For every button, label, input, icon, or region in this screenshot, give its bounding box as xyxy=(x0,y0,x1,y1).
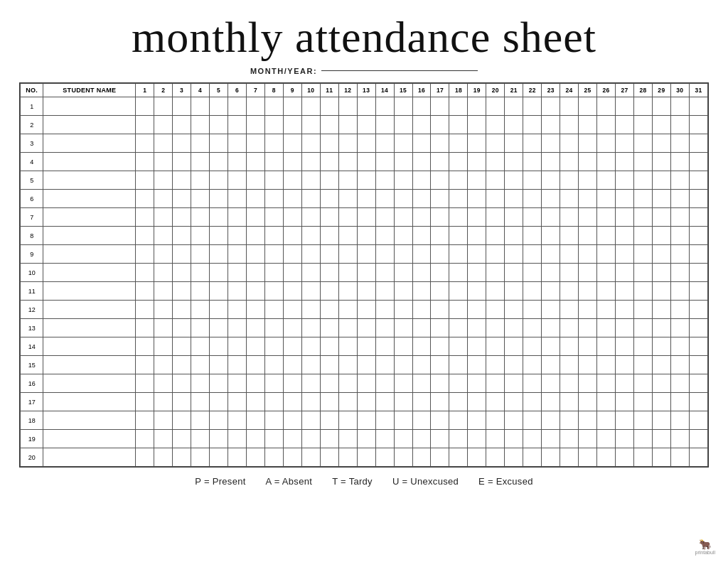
attendance-cell-row1-day10[interactable] xyxy=(301,97,320,116)
attendance-cell-row13-day29[interactable] xyxy=(652,319,670,337)
attendance-cell-row18-day25[interactable] xyxy=(579,411,597,430)
attendance-cell-row9-day24[interactable] xyxy=(560,245,579,264)
attendance-cell-row7-day9[interactable] xyxy=(283,208,301,227)
attendance-cell-row19-day25[interactable] xyxy=(579,430,597,448)
attendance-cell-row1-day18[interactable] xyxy=(449,97,468,116)
attendance-cell-row15-day20[interactable] xyxy=(486,356,505,374)
attendance-cell-row12-day8[interactable] xyxy=(264,301,283,319)
attendance-cell-row4-day26[interactable] xyxy=(597,153,616,171)
attendance-cell-row5-day30[interactable] xyxy=(670,171,689,190)
attendance-cell-row15-day4[interactable] xyxy=(191,356,210,374)
attendance-cell-row8-day1[interactable] xyxy=(136,227,154,245)
attendance-cell-row2-day15[interactable] xyxy=(394,116,412,134)
attendance-cell-row9-day16[interactable] xyxy=(412,245,431,264)
attendance-cell-row10-day26[interactable] xyxy=(597,264,616,282)
attendance-cell-row20-day20[interactable] xyxy=(486,448,505,467)
student-name-cell-18[interactable] xyxy=(43,411,136,430)
attendance-cell-row15-day18[interactable] xyxy=(449,356,468,374)
attendance-cell-row14-day15[interactable] xyxy=(394,337,412,356)
attendance-cell-row18-day5[interactable] xyxy=(210,411,228,430)
student-name-cell-20[interactable] xyxy=(43,448,136,467)
attendance-cell-row13-day9[interactable] xyxy=(283,319,301,337)
attendance-cell-row5-day22[interactable] xyxy=(523,171,542,190)
attendance-cell-row9-day15[interactable] xyxy=(394,245,412,264)
attendance-cell-row6-day17[interactable] xyxy=(431,190,449,208)
attendance-cell-row12-day10[interactable] xyxy=(301,301,320,319)
attendance-cell-row3-day27[interactable] xyxy=(616,134,634,153)
attendance-cell-row2-day27[interactable] xyxy=(616,116,634,134)
student-name-cell-3[interactable] xyxy=(43,134,136,153)
attendance-cell-row10-day10[interactable] xyxy=(301,264,320,282)
attendance-cell-row9-day2[interactable] xyxy=(154,245,173,264)
attendance-cell-row9-day11[interactable] xyxy=(320,245,338,264)
attendance-cell-row20-day9[interactable] xyxy=(283,448,301,467)
attendance-cell-row11-day26[interactable] xyxy=(597,282,616,301)
attendance-cell-row6-day8[interactable] xyxy=(264,190,283,208)
attendance-cell-row5-day20[interactable] xyxy=(486,171,505,190)
attendance-cell-row7-day25[interactable] xyxy=(579,208,597,227)
attendance-cell-row4-day15[interactable] xyxy=(394,153,412,171)
attendance-cell-row11-day2[interactable] xyxy=(154,282,173,301)
attendance-cell-row17-day5[interactable] xyxy=(210,393,228,411)
attendance-cell-row2-day21[interactable] xyxy=(505,116,523,134)
attendance-cell-row18-day24[interactable] xyxy=(560,411,579,430)
student-name-cell-2[interactable] xyxy=(43,116,136,134)
attendance-cell-row8-day16[interactable] xyxy=(412,227,431,245)
attendance-cell-row12-day20[interactable] xyxy=(486,301,505,319)
attendance-cell-row6-day12[interactable] xyxy=(338,190,357,208)
attendance-cell-row14-day23[interactable] xyxy=(542,337,560,356)
attendance-cell-row9-day20[interactable] xyxy=(486,245,505,264)
attendance-cell-row7-day30[interactable] xyxy=(670,208,689,227)
attendance-cell-row8-day31[interactable] xyxy=(689,227,707,245)
attendance-cell-row11-day8[interactable] xyxy=(264,282,283,301)
attendance-cell-row12-day30[interactable] xyxy=(670,301,689,319)
attendance-cell-row6-day2[interactable] xyxy=(154,190,173,208)
attendance-cell-row1-day23[interactable] xyxy=(542,97,560,116)
attendance-cell-row18-day21[interactable] xyxy=(505,411,523,430)
student-name-cell-17[interactable] xyxy=(43,393,136,411)
attendance-cell-row8-day25[interactable] xyxy=(579,227,597,245)
attendance-cell-row17-day10[interactable] xyxy=(301,393,320,411)
attendance-cell-row8-day4[interactable] xyxy=(191,227,210,245)
attendance-cell-row10-day22[interactable] xyxy=(523,264,542,282)
attendance-cell-row12-day19[interactable] xyxy=(468,301,486,319)
attendance-cell-row9-day7[interactable] xyxy=(246,245,264,264)
attendance-cell-row2-day4[interactable] xyxy=(191,116,210,134)
attendance-cell-row8-day3[interactable] xyxy=(173,227,191,245)
attendance-cell-row11-day30[interactable] xyxy=(670,282,689,301)
attendance-cell-row6-day16[interactable] xyxy=(412,190,431,208)
attendance-cell-row14-day6[interactable] xyxy=(228,337,247,356)
student-name-cell-9[interactable] xyxy=(43,245,136,264)
attendance-cell-row16-day1[interactable] xyxy=(136,374,154,393)
attendance-cell-row7-day20[interactable] xyxy=(486,208,505,227)
attendance-cell-row8-day22[interactable] xyxy=(523,227,542,245)
attendance-cell-row17-day29[interactable] xyxy=(652,393,670,411)
attendance-cell-row15-day25[interactable] xyxy=(579,356,597,374)
attendance-cell-row6-day18[interactable] xyxy=(449,190,468,208)
attendance-cell-row17-day30[interactable] xyxy=(670,393,689,411)
attendance-cell-row7-day22[interactable] xyxy=(523,208,542,227)
attendance-cell-row9-day6[interactable] xyxy=(228,245,247,264)
attendance-cell-row20-day14[interactable] xyxy=(375,448,394,467)
attendance-cell-row4-day24[interactable] xyxy=(560,153,579,171)
attendance-cell-row4-day1[interactable] xyxy=(136,153,154,171)
attendance-cell-row20-day13[interactable] xyxy=(357,448,375,467)
attendance-cell-row9-day12[interactable] xyxy=(338,245,357,264)
attendance-cell-row15-day24[interactable] xyxy=(560,356,579,374)
attendance-cell-row2-day31[interactable] xyxy=(689,116,707,134)
attendance-cell-row9-day27[interactable] xyxy=(616,245,634,264)
attendance-cell-row2-day1[interactable] xyxy=(136,116,154,134)
attendance-cell-row14-day12[interactable] xyxy=(338,337,357,356)
attendance-cell-row4-day8[interactable] xyxy=(264,153,283,171)
attendance-cell-row9-day23[interactable] xyxy=(542,245,560,264)
attendance-cell-row19-day19[interactable] xyxy=(468,430,486,448)
attendance-cell-row12-day28[interactable] xyxy=(633,301,652,319)
attendance-cell-row17-day22[interactable] xyxy=(523,393,542,411)
attendance-cell-row4-day16[interactable] xyxy=(412,153,431,171)
attendance-cell-row17-day16[interactable] xyxy=(412,393,431,411)
attendance-cell-row11-day9[interactable] xyxy=(283,282,301,301)
attendance-cell-row17-day4[interactable] xyxy=(191,393,210,411)
attendance-cell-row2-day16[interactable] xyxy=(412,116,431,134)
attendance-cell-row16-day5[interactable] xyxy=(210,374,228,393)
attendance-cell-row7-day15[interactable] xyxy=(394,208,412,227)
